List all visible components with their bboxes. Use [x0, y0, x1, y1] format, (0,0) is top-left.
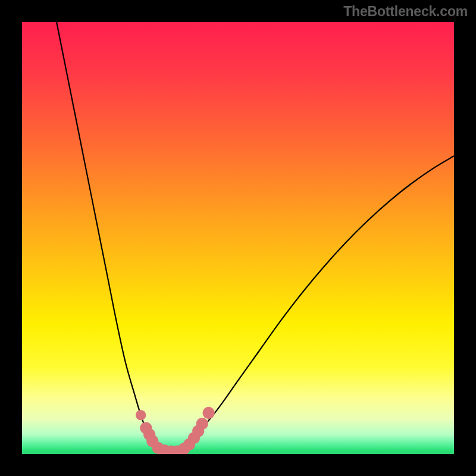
data-marker: [136, 410, 146, 420]
data-marker: [202, 407, 214, 419]
plot-area: [22, 22, 454, 454]
data-marker: [196, 418, 208, 430]
chart-frame: TheBottleneck.com: [0, 0, 476, 476]
attribution-label: TheBottleneck.com: [343, 4, 468, 20]
curves-layer: [22, 22, 454, 454]
bottleneck-curve: [57, 22, 454, 452]
